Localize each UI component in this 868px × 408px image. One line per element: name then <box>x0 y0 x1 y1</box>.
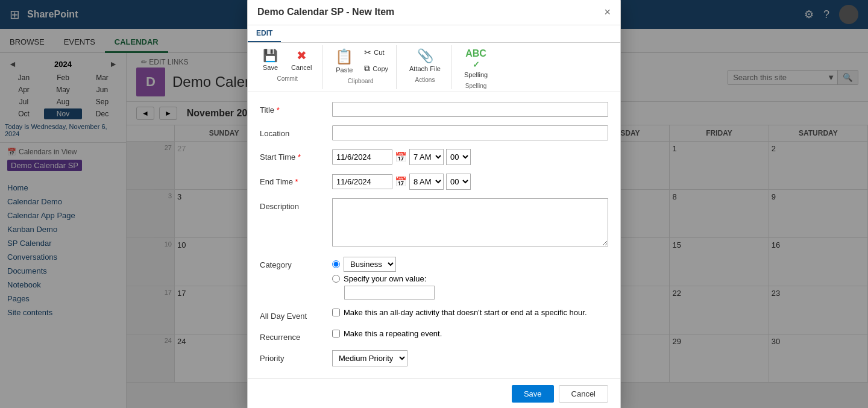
end-hour-select[interactable]: 8 AM 9 AM <box>409 174 444 190</box>
start-required-marker: * <box>298 152 301 162</box>
spelling-label: Spelling <box>464 71 488 78</box>
attach-ribbon-button[interactable]: 📎 Attach File <box>404 45 446 75</box>
cut-label: Cut <box>374 49 384 56</box>
spelling-group-label: Spelling <box>465 83 487 89</box>
ribbon-group-spelling: ABC✓ Spelling Spelling <box>454 45 498 89</box>
ribbon-body: 💾 Save ✖ Cancel Commit 📋 <box>248 43 620 92</box>
priority-label: Priority <box>260 350 332 363</box>
all-day-field: Make this an all-day activity that doesn… <box>332 308 608 317</box>
attach-label: Attach File <box>409 65 441 72</box>
dialog-footer: Save Cancel <box>248 378 620 409</box>
description-row: Description <box>260 198 608 248</box>
category-business-radio[interactable] <box>332 260 340 268</box>
ribbon-group-commit: 💾 Save ✖ Cancel Commit <box>253 45 322 89</box>
category-field: Business Holiday Specify your own value: <box>332 257 608 300</box>
category-select[interactable]: Business Holiday <box>344 257 396 272</box>
cancel-icon: ✖ <box>297 48 307 63</box>
start-cal-icon[interactable]: 📅 <box>395 151 407 163</box>
actions-group-label: Actions <box>415 77 435 83</box>
all-day-row: All Day Event Make this an all-day activ… <box>260 308 608 321</box>
start-time-row: Start Time * 📅 7 AM 8 AM 00 15 30 45 <box>260 149 608 165</box>
priority-select[interactable]: Normal Low Medium Priority High <box>332 350 407 366</box>
commit-buttons: 💾 Save ✖ Cancel <box>257 45 317 74</box>
category-custom-input[interactable] <box>344 286 435 300</box>
cancel-label: Cancel <box>291 64 312 71</box>
cancel-ribbon-button[interactable]: ✖ Cancel <box>286 45 317 74</box>
cancel-button[interactable]: Cancel <box>559 385 608 403</box>
category-custom-row: Specify your own value: <box>332 274 608 283</box>
end-date-input[interactable] <box>332 174 392 189</box>
category-custom-radio[interactable] <box>332 275 340 283</box>
location-label: Location <box>260 125 332 138</box>
copy-ribbon-button[interactable]: ⧉ Copy <box>361 61 391 75</box>
title-required-marker: * <box>277 105 280 115</box>
cut-ribbon-button[interactable]: ✂ Cut <box>361 46 391 59</box>
category-business-row: Business Holiday <box>332 257 608 272</box>
location-field <box>332 125 608 140</box>
spelling-icon: ABC✓ <box>465 48 486 70</box>
start-time-label: Start Time * <box>260 149 332 162</box>
ribbon-group-clipboard: 📋 Paste ✂ Cut ⧉ Copy <box>325 45 397 89</box>
recurrence-row: Recurrence Make this a repeating event. <box>260 329 608 342</box>
start-date-input[interactable] <box>332 149 392 165</box>
save-label: Save <box>263 64 278 71</box>
end-time-field: 📅 8 AM 9 AM 00 15 30 45 <box>332 174 608 190</box>
ribbon-tabs: EDIT <box>248 25 620 43</box>
copy-icon: ⧉ <box>364 63 370 74</box>
paste-ribbon-button[interactable]: 📋 Paste <box>330 45 359 77</box>
title-label: Title * <box>260 102 332 115</box>
modal-overlay: Demo Calendar SP - New Item × EDIT 💾 Sav… <box>0 0 868 408</box>
spelling-ribbon-button[interactable]: ABC✓ Spelling <box>459 45 493 81</box>
copy-label: Copy <box>373 65 388 72</box>
category-label: Category <box>260 257 332 269</box>
commit-group-label: Commit <box>277 75 297 82</box>
dialog-title: Demo Calendar SP - New Item <box>257 7 394 17</box>
recurrence-label: Recurrence <box>260 329 332 342</box>
title-row: Title * <box>260 102 608 117</box>
priority-row: Priority Normal Low Medium Priority High <box>260 350 608 366</box>
cut-icon: ✂ <box>364 48 371 57</box>
ribbon-tab-edit[interactable]: EDIT <box>248 25 281 42</box>
end-min-select[interactable]: 00 15 30 45 <box>446 174 471 190</box>
dialog-close-button[interactable]: × <box>604 6 611 19</box>
all-day-checkbox[interactable] <box>332 309 340 316</box>
save-button[interactable]: Save <box>512 385 554 403</box>
paste-icon: 📋 <box>335 48 353 65</box>
recurrence-field: Make this a repeating event. <box>332 329 608 338</box>
start-min-select[interactable]: 00 15 30 45 <box>446 149 471 165</box>
clipboard-group-label: Clipboard <box>348 78 374 84</box>
all-day-text: Make this an all-day activity that doesn… <box>344 308 587 317</box>
save-ribbon-button[interactable]: 💾 Save <box>257 45 283 74</box>
end-required-marker: * <box>295 177 298 186</box>
end-cal-icon[interactable]: 📅 <box>395 176 407 187</box>
attach-icon: 📎 <box>417 48 433 64</box>
category-custom-label: Specify your own value: <box>344 274 426 283</box>
description-input[interactable] <box>332 198 608 246</box>
title-input[interactable] <box>332 102 608 117</box>
category-row: Category Business Holiday Specify your o… <box>260 257 608 300</box>
ribbon: EDIT 💾 Save ✖ Cancel Commit <box>248 25 620 92</box>
all-day-label: All Day Event <box>260 308 332 321</box>
title-field <box>332 102 608 117</box>
priority-field: Normal Low Medium Priority High <box>332 350 608 366</box>
recurrence-text: Make this a repeating event. <box>344 329 442 338</box>
end-time-row: End Time * 📅 8 AM 9 AM 00 15 30 45 <box>260 174 608 190</box>
dialog-titlebar: Demo Calendar SP - New Item × <box>248 0 620 25</box>
start-time-field: 📅 7 AM 8 AM 00 15 30 45 <box>332 149 608 165</box>
start-hour-select[interactable]: 7 AM 8 AM <box>409 149 444 165</box>
location-row: Location <box>260 125 608 140</box>
dialog: Demo Calendar SP - New Item × EDIT 💾 Sav… <box>247 0 621 408</box>
save-icon: 💾 <box>263 48 278 63</box>
description-label: Description <box>260 198 332 211</box>
recurrence-checkbox[interactable] <box>332 330 340 337</box>
location-input[interactable] <box>332 125 608 140</box>
paste-label: Paste <box>336 66 353 74</box>
ribbon-group-actions: 📎 Attach File Actions <box>399 45 451 89</box>
description-field <box>332 198 608 248</box>
dialog-body: Title * Location Start Time * <box>248 92 620 378</box>
end-time-label: End Time * <box>260 174 332 186</box>
